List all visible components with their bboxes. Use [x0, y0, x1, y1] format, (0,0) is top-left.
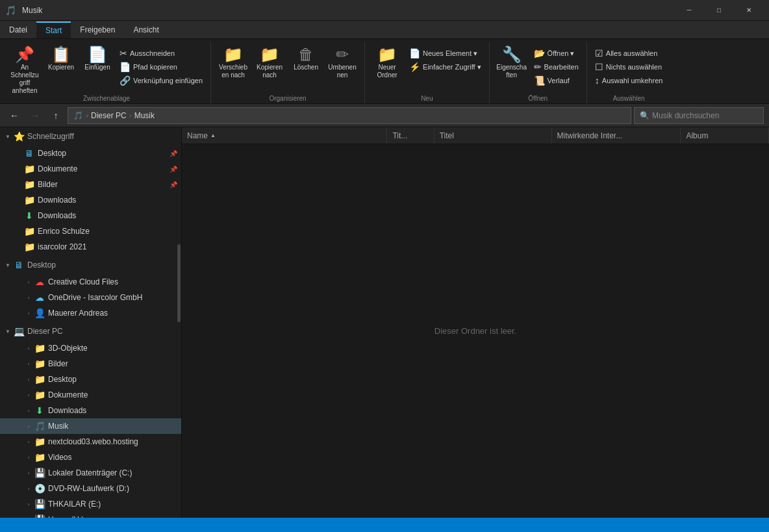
close-button[interactable]: ✕ [734, 0, 764, 21]
ribbon-group-auswaehlen: ☑ Alles auswählen ☐ Nichts auswählen ↕ A… [587, 42, 671, 103]
umbenennen-label: Umbenennen [327, 64, 358, 79]
btn-neuer-ordner[interactable]: 📁 Neuer Ordner [370, 44, 404, 91]
nextcloud-icon: 📁 [34, 436, 45, 448]
sidebar-item-downloads-yellow[interactable]: 📁 Downloads [0, 192, 181, 208]
btn-loeschen[interactable]: 🗑 Löschen [289, 44, 323, 91]
btn-auswahl-umkehren[interactable]: ↕ Auswahl umkehren [592, 74, 666, 87]
address-bar: ← → ↑ 🎵 › Dieser PC › Musik 🔍 Musik durc… [0, 104, 769, 127]
bilder-pc-icon: 📁 [34, 358, 45, 370]
btn-verschieben[interactable]: 📁 Verschieben nach [216, 44, 250, 91]
col-header-album[interactable]: Album [681, 127, 769, 144]
content-empty-message: Dieser Ordner ist leer. [182, 144, 769, 518]
empty-text: Dieser Ordner ist leer. [435, 326, 516, 336]
expand-desktop-quick [13, 146, 23, 161]
expand-bilder-quick [13, 177, 23, 192]
path-dieser-pc[interactable]: Dieser PC [91, 111, 127, 120]
verschieben-icon: 📁 [223, 47, 243, 62]
btn-kopieren-nach[interactable]: 📁 Kopieren nach [253, 44, 286, 91]
col-mitwirkende-label: Mitwirkende Inter... [557, 131, 623, 140]
sidebar-item-desktop-pc[interactable]: › 📁 Desktop [0, 372, 181, 387]
col-tit-label: Tit... [392, 131, 407, 140]
sidebar-item-desktop-quick[interactable]: 🖥 Desktop 📌 [0, 146, 181, 161]
sidebar-item-thkailar-e[interactable]: › 💾 THKAILAR (E:) [0, 496, 181, 512]
btn-neues-element[interactable]: 📄 Neues Element ▾ [407, 47, 484, 60]
btn-ausschneiden[interactable]: ✂ Ausschneiden [117, 47, 205, 60]
laufwerk-c-label: Lokaler Datenträger (C:) [48, 468, 179, 477]
window-title: Musik [22, 6, 42, 15]
ribbon-small-oeffnen: 📂 Öffnen ▾ ✏ Bearbeiten 📜 Verlauf [531, 44, 581, 87]
btn-bearbeiten[interactable]: ✏ Bearbeiten [531, 60, 581, 73]
btn-verknuepfung[interactable]: 🔗 Verknüpfung einfügen [117, 74, 205, 87]
sidebar-item-laufwerk-c[interactable]: › 💾 Lokaler Datenträger (C:) [0, 465, 181, 481]
schnellzugriff-icon: 📌 [15, 47, 34, 62]
musik-icon: 🎵 [34, 420, 45, 432]
sidebar-item-musik[interactable]: › 🎵 Musik [0, 418, 181, 434]
ribbon-group-oeffnen: 🔧 Eigenschaften 📂 Öffnen ▾ ✏ Bearbeiten … [490, 42, 587, 103]
btn-eigenschaften[interactable]: 🔧 Eigenschaften [495, 44, 529, 91]
status-bar [0, 518, 769, 532]
sidebar-section-schnellzugriff[interactable]: ▼ ⭐ Schnellzugriff [0, 127, 181, 146]
sidebar-item-bilder-quick[interactable]: 📁 Bilder 📌 [0, 177, 181, 192]
forward-button[interactable]: → [26, 107, 44, 125]
sidebar-item-isarcolor[interactable]: 📁 isarcolor 2021 [0, 239, 181, 255]
expand-downloads-green [13, 208, 23, 223]
sidebar-item-videos[interactable]: › 📁 Videos [0, 450, 181, 465]
path-musik[interactable]: Musik [134, 111, 155, 120]
sidebar-item-nextcloud[interactable]: › 📁 nextcloud03.webo.hosting [0, 434, 181, 450]
up-button[interactable]: ↑ [47, 107, 65, 125]
sidebar-item-enrico[interactable]: 📁 Enrico Schulze [0, 223, 181, 239]
btn-einfuegen[interactable]: 📄 Einfügen [81, 44, 114, 91]
col-header-mitwirkende[interactable]: Mitwirkende Inter... [552, 127, 681, 144]
btn-verlauf[interactable]: 📜 Verlauf [531, 74, 581, 87]
sidebar-item-dokumente-quick[interactable]: 📁 Dokumente 📌 [0, 161, 181, 177]
schnellzugriff-section-label: Schnellzugriff [27, 132, 179, 141]
sidebar-item-mauerer[interactable]: › 👤 Mauerer Andreas [0, 305, 181, 321]
tab-freigeben[interactable]: Freigeben [71, 21, 124, 38]
col-album-label: Album [686, 131, 708, 140]
back-button[interactable]: ← [5, 107, 23, 125]
thkailar-icon: 💾 [34, 498, 45, 510]
ribbon-group-organisieren: 📁 Verschieben nach 📁 Kopieren nach 🗑 Lös… [211, 42, 365, 103]
sidebar-item-3d-objekte[interactable]: › 📁 3D-Objekte [0, 340, 181, 356]
einfacher-zugriff-label: Einfacher Zugriff ▾ [423, 63, 481, 71]
col-header-titel[interactable]: Titel [435, 127, 552, 144]
sidebar-section-dieser-pc[interactable]: ▼ 💻 Dieser PC [0, 322, 181, 340]
sidebar-item-creative-cloud[interactable]: › ☁ Creative Cloud Files [0, 274, 181, 290]
col-header-name[interactable]: Name ▲ [182, 127, 387, 144]
sidebar-section-desktop[interactable]: ▼ 🖥 Desktop [0, 256, 181, 274]
ribbon-group-content-zwischenablage: 📌 An Schnellzugriff anheften 📋 Kopieren … [8, 42, 205, 95]
btn-nichts-auswaehlen[interactable]: ☐ Nichts auswählen [592, 60, 666, 73]
tab-datei[interactable]: Datei [0, 21, 36, 38]
sidebar-item-downloads-pc[interactable]: › ⬇ Downloads [0, 403, 181, 418]
kopieren-label: Kopieren [48, 64, 74, 71]
sort-arrow-name: ▲ [210, 133, 216, 138]
btn-pfad-kopieren[interactable]: 📄 Pfad kopieren [117, 60, 205, 73]
sidebar-item-home-h[interactable]: › 💾 Home (H:) [0, 512, 181, 518]
sidebar: ▼ ⭐ Schnellzugriff 🖥 Desktop 📌 📁 Dokumen… [0, 127, 182, 518]
ribbon: 📌 An Schnellzugriff anheften 📋 Kopieren … [0, 39, 769, 104]
desktop-section-label: Desktop [27, 260, 179, 270]
btn-umbenennen[interactable]: ✏ Umbenennen [325, 44, 359, 91]
kopieren-icon: 📋 [51, 47, 71, 62]
expand-desktop-pc: › [23, 372, 34, 387]
minimize-button[interactable]: ─ [674, 0, 704, 21]
desktop-pc-icon: 📁 [34, 374, 45, 385]
btn-schnellzugriff[interactable]: 📌 An Schnellzugriff anheften [8, 44, 42, 91]
col-header-tit[interactable]: Tit... [387, 127, 434, 144]
sidebar-item-downloads-green[interactable]: ⬇ Downloads [0, 208, 181, 223]
sidebar-item-bilder-pc[interactable]: › 📁 Bilder [0, 356, 181, 372]
maximize-button[interactable]: □ [704, 0, 734, 21]
btn-oeffnen[interactable]: 📂 Öffnen ▾ [531, 47, 581, 60]
tab-start[interactable]: Start [36, 21, 71, 38]
btn-alles-auswaehlen[interactable]: ☑ Alles auswählen [592, 47, 666, 60]
btn-einfacher-zugriff[interactable]: ⚡ Einfacher Zugriff ▾ [407, 60, 484, 73]
schnellzugriff-section-icon: ⭐ [13, 131, 25, 142]
address-path[interactable]: 🎵 › Dieser PC › Musik [68, 107, 631, 124]
pfad-label: Pfad kopieren [133, 63, 177, 71]
search-box[interactable]: 🔍 Musik durchsuchen [634, 107, 764, 124]
sidebar-item-onedrive[interactable]: › ☁ OneDrive - Isarcolor GmbH [0, 290, 181, 305]
btn-kopieren[interactable]: 📋 Kopieren [44, 44, 78, 91]
tab-ansicht[interactable]: Ansicht [124, 21, 168, 38]
sidebar-item-dvd-d[interactable]: › 💿 DVD-RW-Laufwerk (D:) [0, 481, 181, 496]
sidebar-item-dokumente-pc[interactable]: › 📁 Dokumente [0, 387, 181, 403]
